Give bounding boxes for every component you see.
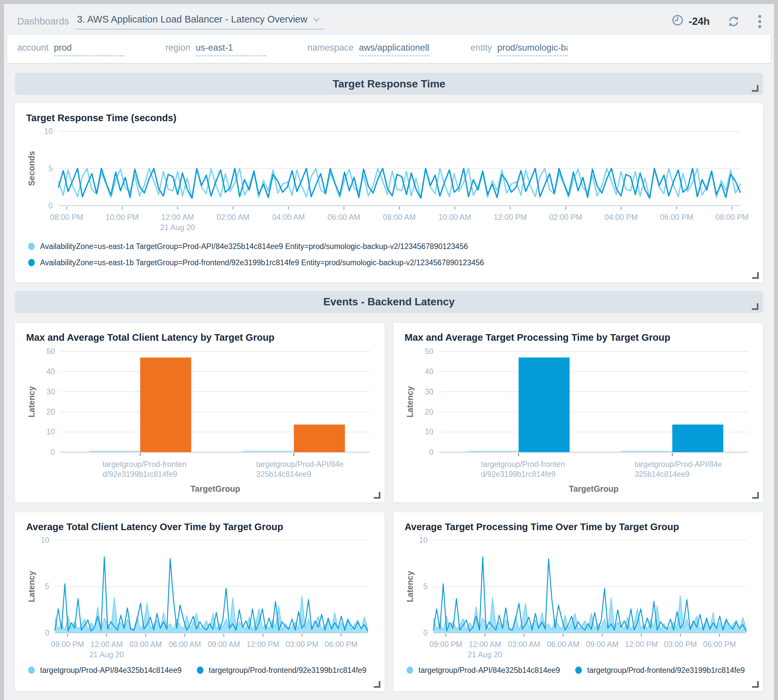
svg-text:06:00 AM: 06:00 AM xyxy=(547,640,579,649)
svg-text:21 Aug 20: 21 Aug 20 xyxy=(160,223,195,232)
svg-text:5: 5 xyxy=(48,164,53,173)
filter-label: region xyxy=(166,43,190,53)
legend-item[interactable]: targetgroup/Prod-API/84e325b14c814ee9 xyxy=(407,666,560,675)
filter-namespace-value[interactable]: aws/applicationelb xyxy=(359,43,429,56)
filter-account: account prod xyxy=(17,43,124,56)
svg-text:21 Aug 20: 21 Aug 20 xyxy=(89,650,124,659)
panel-title: Average Total Client Latency Over Time b… xyxy=(26,522,375,532)
time-range-control[interactable]: -24h xyxy=(671,14,710,29)
svg-text:06:00 PM: 06:00 PM xyxy=(660,213,693,222)
svg-text:Latency: Latency xyxy=(27,386,36,418)
svg-text:325b14c814ee9: 325b14c814ee9 xyxy=(634,470,690,478)
svg-text:09:00 PM: 09:00 PM xyxy=(51,640,84,649)
filter-region-value[interactable]: us-east-1 xyxy=(196,43,266,56)
svg-text:12:00 AM: 12:00 AM xyxy=(90,640,123,649)
svg-text:04:00 PM: 04:00 PM xyxy=(605,213,638,222)
chart-legend: targetgroup/Prod-API/84e325b14c814ee9tar… xyxy=(28,666,375,675)
legend-label: targetgroup/Prod-API/84e325b14c814ee9 xyxy=(40,666,182,675)
svg-text:Seconds: Seconds xyxy=(27,151,36,186)
svg-text:10: 10 xyxy=(419,536,428,545)
legend-item[interactable]: AvailabilityZone=us-east-1b TargetGroup=… xyxy=(28,258,753,267)
svg-text:10: 10 xyxy=(44,127,53,135)
legend-label: targetgroup/Prod-API/84e325b14c814ee9 xyxy=(419,666,560,675)
svg-text:30: 30 xyxy=(47,387,55,396)
svg-text:50: 50 xyxy=(425,347,433,356)
svg-text:0: 0 xyxy=(424,628,428,637)
svg-text:20: 20 xyxy=(47,407,55,416)
panel-resize-handle[interactable] xyxy=(752,681,759,688)
section-header-target-response-time: Target Response Time xyxy=(15,73,763,95)
svg-text:03:00 PM: 03:00 PM xyxy=(285,640,319,649)
svg-text:12:00 PM: 12:00 PM xyxy=(625,640,658,649)
legend-dot xyxy=(575,667,582,674)
svg-text:10:00 AM: 10:00 AM xyxy=(438,213,471,222)
filter-namespace: namespace aws/applicationelb xyxy=(307,43,429,56)
panel-title: Max and Average Total Client Latency by … xyxy=(26,332,375,343)
legend-item[interactable]: targetgroup/Prod-frontend/92e3199b1rc814… xyxy=(575,666,745,675)
svg-text:12:00 AM: 12:00 AM xyxy=(469,640,501,649)
target-response-time-chart: 0510Seconds08:00 PM10:00 PM12:00 AM21 Au… xyxy=(26,127,753,235)
svg-text:0: 0 xyxy=(429,448,433,456)
svg-text:21 Aug 20: 21 Aug 20 xyxy=(467,650,502,659)
svg-text:0: 0 xyxy=(48,201,53,210)
svg-text:Latency: Latency xyxy=(405,571,414,602)
svg-text:03:00 AM: 03:00 AM xyxy=(508,640,541,649)
panel-max-avg-target-processing: Max and Average Target Processing Time b… xyxy=(393,323,763,503)
svg-text:5: 5 xyxy=(424,582,428,591)
svg-text:targetgroup/Prod-fronten: targetgroup/Prod-fronten xyxy=(102,460,187,468)
svg-text:03:00 PM: 03:00 PM xyxy=(664,640,697,649)
svg-text:0: 0 xyxy=(51,448,55,456)
panel-resize-handle[interactable] xyxy=(752,492,759,499)
filter-entity-value[interactable]: prod/sumologic-backup xyxy=(498,43,568,56)
legend-dot xyxy=(197,667,204,674)
svg-text:06:00 AM: 06:00 AM xyxy=(169,640,201,649)
legend-dot xyxy=(28,667,35,674)
dashboard-app: Dashboards 3. AWS Application Load Balan… xyxy=(4,4,774,700)
target-processing-time-chart: 0510Latency09:00 PM12:00 AM21 Aug 2003:0… xyxy=(404,536,753,662)
breadcrumb[interactable]: Dashboards xyxy=(17,16,69,27)
svg-text:12:00 PM: 12:00 PM xyxy=(247,640,279,649)
section-resize-handle[interactable] xyxy=(752,303,758,310)
dashboard-content: Target Response Time Target Response Tim… xyxy=(4,63,774,700)
filter-region: region us-east-1 xyxy=(166,43,266,56)
svg-text:20: 20 xyxy=(425,407,433,416)
svg-text:03:00 AM: 03:00 AM xyxy=(130,640,162,649)
legend-label: AvailabilityZone=us-east-1b TargetGroup=… xyxy=(40,258,484,267)
refresh-icon[interactable] xyxy=(727,15,740,28)
svg-text:40: 40 xyxy=(425,367,433,376)
svg-text:50: 50 xyxy=(47,347,55,356)
legend-item[interactable]: targetgroup/Prod-frontend/92e3199b1rc814… xyxy=(197,666,366,675)
page-title: 3. AWS Application Load Balancer - Laten… xyxy=(77,14,307,25)
panel-resize-handle[interactable] xyxy=(752,272,759,279)
section-resize-handle[interactable] xyxy=(752,85,758,92)
panel-avg-target-processing-over-time: Average Target Processing Time Over Time… xyxy=(393,512,763,691)
legend-dot xyxy=(28,243,35,250)
panel-title: Max and Average Target Processing Time b… xyxy=(404,332,753,343)
panel-resize-handle[interactable] xyxy=(374,492,381,499)
svg-text:d/92e3199b1rc814fe9: d/92e3199b1rc814fe9 xyxy=(102,470,177,478)
filter-account-value[interactable]: prod xyxy=(54,43,124,56)
legend-dot xyxy=(28,259,35,266)
legend-item[interactable]: AvailabilityZone=us-east-1a TargetGroup=… xyxy=(28,242,753,251)
svg-text:08:00 PM: 08:00 PM xyxy=(50,213,83,222)
legend-item[interactable]: targetgroup/Prod-API/84e325b14c814ee9 xyxy=(28,666,182,675)
panel-avg-client-latency-over-time: Average Total Client Latency Over Time b… xyxy=(15,512,385,691)
svg-text:02:00 AM: 02:00 AM xyxy=(217,213,249,222)
kebab-menu-icon[interactable] xyxy=(758,14,762,29)
svg-text:targetgroup/Prod-API/84e: targetgroup/Prod-API/84e xyxy=(634,460,722,468)
svg-text:Latency: Latency xyxy=(405,386,414,418)
chevron-down-icon xyxy=(313,14,320,25)
filter-entity: entity prod/sumologic-backup xyxy=(471,43,568,56)
panel-title: Average Target Processing Time Over Time… xyxy=(404,522,753,532)
section-header-events-backend-latency: Events - Backend Latency xyxy=(15,291,763,313)
svg-text:09:00 PM: 09:00 PM xyxy=(429,640,462,649)
target-processing-bar-chart: 01020304050Latencytargetgroup/Prod-front… xyxy=(404,347,753,496)
svg-text:5: 5 xyxy=(45,582,49,591)
panel-resize-handle[interactable] xyxy=(374,681,381,688)
legend-label: targetgroup/Prod-frontend/92e3199b1rc814… xyxy=(587,666,745,675)
filter-label: entity xyxy=(471,43,492,53)
svg-text:Latency: Latency xyxy=(27,571,36,602)
panel-max-avg-client-latency: Max and Average Total Client Latency by … xyxy=(15,323,385,503)
legend-dot xyxy=(407,667,413,674)
dashboard-title-dropdown[interactable]: 3. AWS Application Load Balancer - Laten… xyxy=(75,13,324,30)
